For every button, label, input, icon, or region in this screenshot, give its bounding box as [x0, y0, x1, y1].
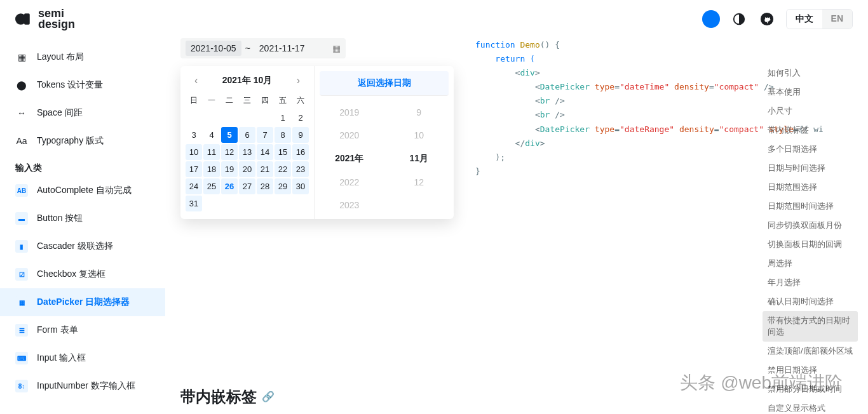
year-option[interactable]: 2022 — [315, 171, 384, 194]
toc-item[interactable]: 如何引入 — [763, 63, 858, 83]
calendar-day[interactable]: 18 — [203, 161, 220, 177]
calendar-day[interactable]: 8 — [275, 127, 291, 143]
year-scroll[interactable]: 201920202021年20222023 — [315, 101, 384, 219]
sidebar-icon: AB — [15, 184, 28, 197]
logo-icon — [15, 10, 33, 28]
sidebar-item[interactable]: 8↕InputNumber 数字输入框 — [0, 372, 165, 400]
calendar-day[interactable]: 30 — [292, 178, 309, 194]
next-month-button[interactable]: › — [293, 74, 304, 88]
calendar-day[interactable]: 15 — [275, 144, 291, 160]
sidebar-icon: ↔ — [15, 107, 28, 119]
calendar-day[interactable]: 12 — [221, 144, 238, 160]
month-option[interactable]: 9 — [384, 101, 454, 124]
toc-item[interactable]: 日期范围选择 — [763, 178, 858, 197]
calendar-day[interactable]: 27 — [239, 178, 255, 194]
calendar-day[interactable]: 24 — [186, 178, 202, 194]
calendar-day[interactable]: 7 — [257, 127, 273, 143]
calendar-day[interactable]: 2 — [292, 110, 309, 126]
calendar-day[interactable]: 5 — [221, 127, 238, 143]
sidebar-item[interactable]: ▦DatePicker 日期选择器 — [0, 288, 165, 316]
year-option[interactable]: 2019 — [315, 101, 384, 124]
calendar-day[interactable]: 14 — [257, 144, 273, 160]
year-option[interactable]: 2020 — [315, 124, 384, 147]
sidebar-item[interactable]: ↔Space 间距 — [0, 99, 165, 127]
sidebar-icon: ☰ — [15, 324, 28, 337]
toc-item[interactable]: 确认日期时间选择 — [763, 292, 858, 311]
theme-blue-icon[interactable] — [702, 10, 720, 28]
calendar-day[interactable]: 29 — [275, 178, 291, 194]
toc-item[interactable]: 禁用日期选择 — [763, 361, 858, 380]
calendar-day[interactable]: 3 — [186, 127, 202, 143]
sidebar-item[interactable]: ☰Form 表单 — [0, 316, 165, 344]
lang-en-button[interactable]: EN — [822, 10, 852, 29]
sidebar-item[interactable]: ☑Checkbox 复选框 — [0, 260, 165, 288]
toc-item[interactable]: 年月选择 — [763, 273, 858, 292]
sidebar-item[interactable]: ⬤Tokens 设计变量 — [0, 71, 165, 99]
calendar-day[interactable]: 10 — [186, 144, 202, 160]
calendar-day[interactable]: 26 — [221, 178, 238, 194]
calendar-day[interactable]: 31 — [186, 196, 202, 211]
weekday-label: 五 — [275, 93, 291, 109]
month-option[interactable]: 10 — [384, 124, 454, 147]
toc-item[interactable]: 同步切换双面板月份 — [763, 216, 858, 235]
calendar-day[interactable]: 11 — [203, 144, 220, 160]
toc-item[interactable]: 基本使用 — [763, 83, 858, 102]
toc-item[interactable]: 多个日期选择 — [763, 140, 858, 159]
calendar-day[interactable]: 4 — [203, 127, 220, 143]
back-to-date-link[interactable]: 返回选择日期 — [320, 71, 449, 96]
calendar-day[interactable]: 25 — [203, 178, 220, 194]
sidebar-item[interactable]: ⌨Input 输入框 — [0, 344, 165, 372]
toc-item[interactable]: 带有快捷方式的日期时间选 — [763, 311, 858, 342]
calendar-day[interactable]: 23 — [292, 161, 309, 177]
year-option[interactable]: 2021年 — [315, 147, 384, 171]
language-switch: 中文 EN — [786, 9, 853, 29]
prev-month-button[interactable]: ‹ — [191, 74, 201, 88]
sidebar-icon: ▮ — [15, 240, 28, 253]
toc-item[interactable]: 带内嵌标签 — [763, 121, 858, 140]
calendar-day[interactable]: 21 — [257, 161, 273, 177]
calendar-title[interactable]: 2021年 10月 — [222, 75, 273, 86]
header: semi design 中文 EN — [0, 0, 868, 38]
toc-item[interactable]: 渲染顶部/底部额外区域 — [763, 342, 858, 361]
daterange-input[interactable]: 2021-10-05 ~ 2021-11-17 ▦ — [180, 38, 346, 58]
brand-line2: design — [38, 18, 75, 31]
header-actions: 中文 EN — [702, 9, 853, 29]
calendar-day[interactable]: 16 — [292, 144, 309, 160]
sidebar-icon: ⬤ — [15, 79, 28, 91]
logo[interactable]: semi design — [15, 7, 75, 31]
toc-item[interactable]: 禁用部分日期或时间 — [763, 380, 858, 399]
sidebar-item[interactable]: ABAutoComplete 自动完成 — [0, 177, 165, 204]
table-of-contents: 如何引入基本使用小尺寸带内嵌标签多个日期选择日期与时间选择日期范围选择日期范围时… — [763, 63, 858, 414]
month-option[interactable]: 12 — [384, 171, 454, 194]
sidebar-icon: ▦ — [15, 296, 28, 309]
calendar-day[interactable]: 28 — [257, 178, 273, 194]
calendar-day[interactable]: 19 — [221, 161, 238, 177]
toc-item[interactable]: 日期与时间选择 — [763, 159, 858, 178]
toc-item[interactable]: 切换面板日期的回调 — [763, 235, 858, 254]
calendar-day[interactable]: 6 — [239, 127, 255, 143]
weekday-label: 日 — [186, 93, 202, 109]
month-scroll[interactable]: 91011月12 — [384, 101, 454, 219]
calendar-day[interactable]: 1 — [275, 110, 291, 126]
toc-item[interactable]: 日期范围时间选择 — [763, 197, 858, 216]
year-option[interactable]: 2023 — [315, 194, 384, 217]
month-option[interactable]: 11月 — [384, 147, 454, 171]
toc-item[interactable]: 自定义显示格式 — [763, 399, 858, 414]
dark-mode-icon[interactable] — [730, 10, 748, 28]
anchor-link-icon[interactable]: 🔗 — [262, 391, 275, 403]
calendar-day[interactable]: 17 — [186, 161, 202, 177]
toc-item[interactable]: 小尺寸 — [763, 102, 858, 121]
sidebar-icon: ☑ — [15, 268, 28, 281]
lang-zh-button[interactable]: 中文 — [787, 10, 822, 29]
calendar-day[interactable]: 22 — [275, 161, 291, 177]
sidebar-item[interactable]: ▮Cascader 级联选择 — [0, 232, 165, 260]
sidebar-item[interactable]: ▦Layout 布局 — [0, 43, 165, 71]
weekday-label: 六 — [292, 93, 309, 109]
sidebar-item[interactable]: ▬Button 按钮 — [0, 204, 165, 232]
calendar-day[interactable]: 13 — [239, 144, 255, 160]
calendar-day[interactable]: 20 — [239, 161, 255, 177]
sidebar-item[interactable]: AaTypography 版式 — [0, 127, 165, 155]
calendar-day[interactable]: 9 — [292, 127, 309, 143]
toc-item[interactable]: 周选择 — [763, 254, 858, 273]
github-icon[interactable] — [758, 10, 776, 28]
